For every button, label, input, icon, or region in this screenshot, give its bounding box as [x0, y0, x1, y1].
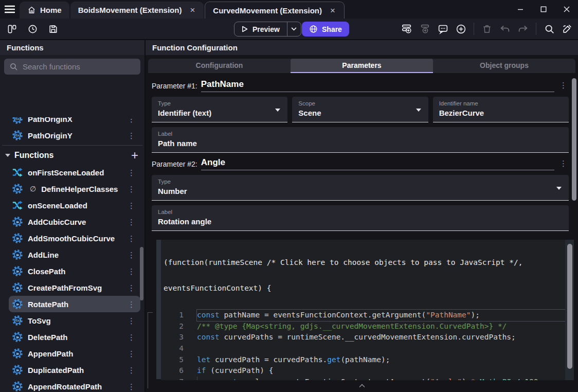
share-label: Share [322, 25, 342, 33]
event-drag-handle[interactable] [156, 240, 161, 379]
tab-configuration[interactable]: Configuration [148, 59, 291, 73]
close-tab-icon[interactable]: × [189, 6, 196, 14]
function-item-pathoriginx[interactable]: f(x)PathOriginX⋮ [9, 117, 140, 127]
tab-boidsmovement-extension-[interactable]: BoidsMovement (Extension)× [70, 2, 204, 19]
save-button[interactable] [46, 22, 60, 35]
function-item-definehelperclasses[interactable]: »∅DefineHelperClasses⋮ [9, 181, 140, 197]
svg-text:»: » [16, 269, 20, 274]
function-item-deletepath[interactable]: »DeletePath⋮ [9, 329, 140, 345]
function-item-appendrotatedpath[interactable]: »AppendRotatedPath⋮ [9, 378, 140, 392]
main-menu-button[interactable] [0, 0, 20, 19]
collapse-code-icon[interactable] [359, 381, 365, 390]
code-lines[interactable]: 1const pathName = eventsFunctionContext.… [161, 309, 574, 380]
code-line-5[interactable]: 5let curvedPath = curvedPaths.get(pathNa… [161, 354, 574, 366]
minimize-button[interactable] [509, 0, 532, 19]
item-menu-icon[interactable]: ⋮ [125, 316, 137, 326]
item-menu-icon[interactable]: ⋮ [125, 131, 137, 140]
item-menu-icon[interactable]: ⋮ [125, 184, 137, 194]
section-label: Functions [14, 151, 53, 160]
function-item-duplicatedpath[interactable]: »DuplicatedPath⋮ [9, 362, 140, 378]
item-menu-icon[interactable]: ⋮ [125, 168, 137, 177]
action-icon: » [12, 364, 23, 376]
item-menu-icon[interactable]: ⋮ [125, 117, 137, 124]
redo-button[interactable] [516, 22, 530, 35]
list-divider [2, 145, 142, 146]
field-label[interactable]: LabelRotation angle [152, 205, 569, 231]
item-menu-icon[interactable]: ⋮ [125, 299, 137, 309]
function-item-tosvg[interactable]: f(x)ToSvg⋮ [9, 312, 140, 329]
tab-object-groups[interactable]: Object groups [433, 59, 575, 73]
parameter-block-2: Parameter #2:Angle⋮TypeNumberLabelRotati… [152, 157, 569, 231]
item-menu-icon[interactable]: ⋮ [125, 283, 137, 293]
item-menu-icon[interactable]: ⋮ [125, 201, 137, 210]
item-menu-icon[interactable]: ⋮ [125, 382, 137, 391]
add-comment-button[interactable] [436, 22, 449, 35]
add-function-plus-icon[interactable]: + [131, 150, 138, 161]
delete-button[interactable] [480, 22, 494, 35]
close-tab-icon[interactable]: × [329, 6, 336, 15]
item-menu-icon[interactable]: ⋮ [125, 349, 137, 359]
field-type[interactable]: TypeNumber [152, 175, 569, 201]
code-line-1[interactable]: 1const pathName = eventsFunctionContext.… [161, 310, 574, 321]
tab-parameters[interactable]: Parameters [291, 59, 433, 73]
code-line-3[interactable]: 3const curvedPaths = runtimeScene.__curv… [161, 332, 574, 343]
action-icon: » [12, 216, 23, 227]
add-event-button[interactable] [400, 22, 413, 35]
function-item-createpathfromsvg[interactable]: »CreatePathFromSvg⋮ [9, 279, 140, 296]
parameter-header: Parameter #1:PathName⋮ [152, 79, 569, 92]
field-identifier-name[interactable]: Identifier nameBezierCurve [433, 97, 569, 122]
share-button[interactable]: Share [302, 22, 349, 37]
parameters-scrollbar[interactable] [572, 78, 576, 201]
function-item-onfirstsceneloaded[interactable]: onFirstSceneLoaded⋮ [9, 164, 140, 181]
parameter-name-input[interactable]: PathName [201, 79, 554, 92]
action-icon: » [12, 233, 23, 244]
tab-curvedmovement-extension-[interactable]: CurvedMovement (Extension)× [205, 2, 345, 19]
field-label[interactable]: LabelPath name [152, 127, 569, 153]
function-item-closepath[interactable]: »ClosePath⋮ [9, 263, 140, 279]
tab-home[interactable]: Home [20, 2, 69, 19]
code-line-7[interactable]: 7 const angle = eventsFunctionContext.ge… [161, 377, 574, 380]
item-menu-icon[interactable]: ⋮ [125, 217, 137, 227]
function-item-appendpath[interactable]: »AppendPath⋮ [9, 345, 140, 362]
code-line-6[interactable]: 6if (curvedPath) { [161, 365, 574, 377]
close-window-button[interactable] [555, 0, 578, 19]
item-menu-icon[interactable]: ⋮ [125, 250, 137, 260]
parameter-menu-icon[interactable]: ⋮ [557, 158, 569, 170]
search-functions-input[interactable] [4, 59, 140, 75]
code-header[interactable]: (function(runtimeScene /* Click here to … [161, 240, 574, 309]
field-scope[interactable]: ScopeScene [292, 97, 428, 122]
parameter-name-input[interactable]: Angle [201, 157, 554, 170]
preview-options-button[interactable] [287, 22, 301, 36]
history-button[interactable] [26, 22, 39, 35]
function-item-onsceneloaded[interactable]: onSceneLoaded⋮ [9, 197, 140, 213]
sidebar-scrollbar[interactable] [140, 247, 143, 300]
functions-section-header[interactable]: Functions+ [0, 147, 144, 164]
function-item-addsmoothcubiccurve[interactable]: »AddSmoothCubicCurve⋮ [9, 230, 140, 246]
item-menu-icon[interactable]: ⋮ [125, 234, 137, 243]
add-subevent-button[interactable] [418, 22, 431, 35]
function-item-addcubiccurve[interactable]: »AddCubicCurve⋮ [9, 213, 140, 230]
item-menu-icon[interactable]: ⋮ [125, 365, 137, 375]
function-item-pathoriginy[interactable]: f(x)PathOriginY⋮ [9, 127, 140, 144]
editor-scrollbar[interactable] [567, 244, 572, 369]
code-line-2[interactable]: 2/** @type {Map<string, gdjs.__curvedMov… [161, 321, 574, 332]
function-label: AppendPath [28, 349, 73, 358]
function-item-addline[interactable]: »AddLine⋮ [9, 246, 140, 263]
function-label: AddLine [28, 251, 59, 259]
undo-button[interactable] [498, 22, 512, 35]
edit-extension-button[interactable] [561, 22, 574, 35]
item-menu-icon[interactable]: ⋮ [125, 266, 137, 276]
parameter-menu-icon[interactable]: ⋮ [557, 80, 569, 92]
function-label: ClosePath [28, 267, 65, 276]
search-events-button[interactable] [543, 22, 556, 35]
layout-panels-button[interactable] [5, 22, 19, 35]
chevron-down-icon [291, 27, 297, 31]
code-line-4[interactable]: 4 [161, 343, 574, 354]
function-item-rotatepath[interactable]: »RotatePath⋮ [9, 296, 140, 312]
preview-button[interactable]: Preview [234, 22, 301, 37]
maximize-button[interactable] [532, 0, 555, 19]
field-type[interactable]: TypeIdentifier (text) [152, 97, 287, 122]
item-menu-icon[interactable]: ⋮ [125, 332, 137, 342]
js-code-editor[interactable]: (function(runtimeScene /* Click here to … [161, 240, 574, 380]
add-more-button[interactable] [454, 22, 467, 35]
